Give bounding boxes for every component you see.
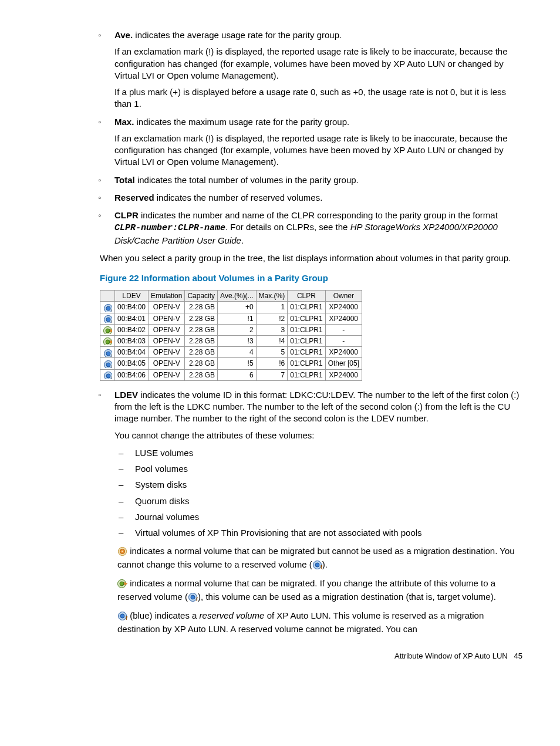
cell-cap: 2.28 GB <box>185 324 218 335</box>
cell-max: 1 <box>256 302 288 313</box>
cell-emu: OPEN-V <box>149 358 185 369</box>
col-header: Emulation <box>149 291 185 302</box>
cell-max: !4 <box>256 336 288 347</box>
list-item: System disks <box>135 479 525 491</box>
max-p1: If an exclamation mark (!) is displayed,… <box>114 133 525 168</box>
ldev-bullet-list: LDEV indicates the volume ID in this for… <box>35 389 525 441</box>
volume-type-icon <box>103 315 112 323</box>
ave-title: Ave. <box>114 30 133 40</box>
clpr-title: CLPR <box>114 210 139 220</box>
volume-type-icon <box>103 372 112 379</box>
cell-emu: OPEN-V <box>149 347 185 358</box>
cannot-change-list: LUSE volumesPool volumesSystem disksQuor… <box>35 447 525 539</box>
total-title: Total <box>114 175 135 185</box>
row-icon-cell <box>100 369 115 380</box>
ldev-cannot: You cannot change the attributes of thes… <box>114 430 525 441</box>
cell-max: !2 <box>256 313 288 324</box>
table-row: 00:B4:02OPEN-V2.28 GB2301:CLPR1- <box>100 324 362 335</box>
bullet-total: Total indicates the total number of volu… <box>114 174 525 186</box>
cell-max: !6 <box>256 358 288 369</box>
ave-p2: If a plus mark (+) is displayed before a… <box>114 86 525 110</box>
cell-ave: !1 <box>218 313 256 324</box>
clpr-code: CLPR-number:CLPR-name <box>114 223 225 233</box>
bullet-clpr: CLPR indicates the number and name of th… <box>114 210 525 247</box>
volume-table: LDEVEmulationCapacityAve.(%)(...Max.(%)C… <box>100 290 362 381</box>
cell-cap: 2.28 GB <box>185 369 218 380</box>
reserved-icon <box>188 593 198 602</box>
bullet-max: Max. indicates the maximum usage rate fo… <box>114 116 525 168</box>
cell-ldev: 00:B4:03 <box>115 336 149 347</box>
cell-ave: !5 <box>218 358 256 369</box>
col-icon <box>100 291 115 302</box>
cell-owner: - <box>325 336 362 347</box>
reserved-icon <box>312 561 322 569</box>
list-item: Journal volumes <box>135 511 525 523</box>
cell-owner: Other [05] <box>325 358 362 369</box>
page-footer: Attribute Window of XP Auto LUN 45 <box>35 651 525 661</box>
table-row: 00:B4:00OPEN-V2.28 GB+0101:CLPR1XP24000 <box>100 302 362 313</box>
clpr-lead-b: . For details on CLPRs, see the <box>225 222 350 232</box>
col-header: Ave.(%)(... <box>218 291 256 302</box>
icon-desc-nomig: indicates a normal volume that can be mi… <box>117 545 525 571</box>
cell-clpr: 01:CLPR1 <box>288 336 325 347</box>
cell-owner: XP24000 <box>325 347 362 358</box>
col-header: Max.(%) <box>256 291 288 302</box>
cell-clpr: 01:CLPR1 <box>288 347 325 358</box>
cell-max: 7 <box>256 369 288 380</box>
ave-lead: indicates the average usage rate for the… <box>133 30 342 40</box>
cell-clpr: 01:CLPR1 <box>288 369 325 380</box>
migratable-icon <box>117 579 127 588</box>
col-header: LDEV <box>115 291 149 302</box>
table-row: 00:B4:01OPEN-V2.28 GB!1!201:CLPR1XP24000 <box>100 313 362 324</box>
cell-emu: OPEN-V <box>149 336 185 347</box>
cell-emu: OPEN-V <box>149 302 185 313</box>
reserved-lead: indicates the number of reserved volumes… <box>154 193 323 202</box>
cell-clpr: 01:CLPR1 <box>288 302 325 313</box>
row-icon-cell <box>100 324 115 335</box>
cell-clpr: 01:CLPR1 <box>288 324 325 335</box>
cell-emu: OPEN-V <box>149 369 185 380</box>
table-header-row: LDEVEmulationCapacityAve.(%)(...Max.(%)C… <box>100 291 362 302</box>
ldev-lead: indicates the volume ID in this format: … <box>114 390 519 424</box>
top-bullet-list: Ave. indicates the average usage rate fo… <box>35 29 525 247</box>
cell-ave: !3 <box>218 336 256 347</box>
cell-owner: XP24000 <box>325 302 362 313</box>
footer-label: Attribute Window of XP Auto LUN <box>394 652 508 660</box>
list-item: Pool volumes <box>135 463 525 475</box>
table-body: 00:B4:00OPEN-V2.28 GB+0101:CLPR1XP240000… <box>100 302 362 380</box>
col-header: Capacity <box>185 291 218 302</box>
reserved-title: Reserved <box>114 193 154 202</box>
row-icon-cell <box>100 302 115 313</box>
cell-clpr: 01:CLPR1 <box>288 358 325 369</box>
cell-cap: 2.28 GB <box>185 347 218 358</box>
ave-p1: If an exclamation mark (!) is displayed,… <box>114 46 525 82</box>
cell-ldev: 00:B4:02 <box>115 324 149 335</box>
cell-owner: - <box>325 324 362 335</box>
res-a: (blue) indicates a <box>127 610 200 620</box>
table-row: 00:B4:03OPEN-V2.28 GB!3!401:CLPR1- <box>100 336 362 347</box>
row-icon-cell <box>100 358 115 369</box>
max-title: Max. <box>114 117 134 127</box>
res-i: reserved volume <box>200 610 265 620</box>
cell-ldev: 00:B4:06 <box>115 369 149 380</box>
col-header: CLPR <box>288 291 325 302</box>
cell-ldev: 00:B4:04 <box>115 347 149 358</box>
clpr-lead-a: indicates the number and name of the CLP… <box>139 210 498 220</box>
nomig-b: ). <box>322 559 328 569</box>
ldev-title: LDEV <box>114 390 138 400</box>
total-lead: indicates the total number of volumes in… <box>135 175 359 185</box>
table-row: 00:B4:05OPEN-V2.28 GB!5!601:CLPR1Other [… <box>100 358 362 369</box>
no-migrate-icon <box>117 547 127 556</box>
volume-table-wrap: LDEVEmulationCapacityAve.(%)(...Max.(%)C… <box>100 290 525 381</box>
volume-type-icon <box>103 349 112 357</box>
cell-cap: 2.28 GB <box>185 302 218 313</box>
mig-b: ), this volume can be used as a migratio… <box>198 592 496 602</box>
cell-ave: 6 <box>218 369 256 380</box>
figure-caption: Figure 22 Information about Volumes in a… <box>100 272 525 284</box>
list-item: LUSE volumes <box>135 447 525 459</box>
list-item: Quorum disks <box>135 495 525 507</box>
volume-type-icon <box>103 304 112 312</box>
bullet-ldev: LDEV indicates the volume ID in this for… <box>114 389 525 441</box>
row-icon-cell <box>100 313 115 324</box>
volume-type-icon <box>103 326 112 334</box>
